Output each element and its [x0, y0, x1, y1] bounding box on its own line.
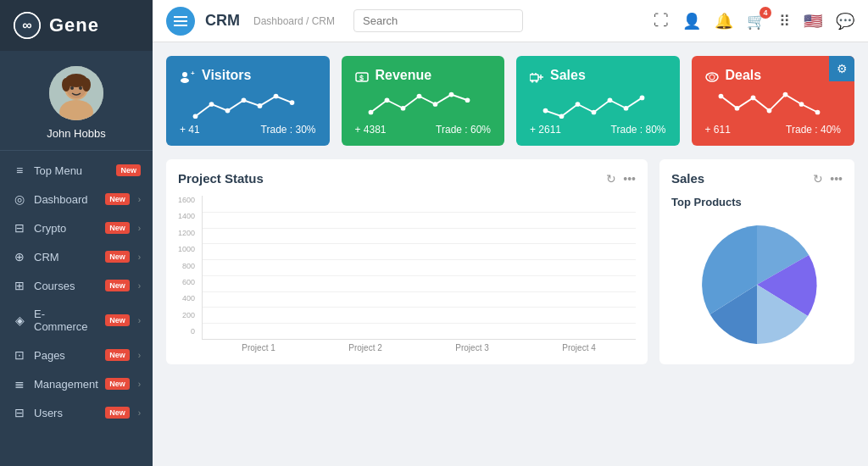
svg-point-42 — [576, 102, 581, 107]
stat-title: Sales — [550, 68, 586, 83]
courses-icon: ⊞ — [12, 279, 27, 292]
svg-point-22 — [274, 94, 279, 99]
svg-point-46 — [640, 96, 645, 101]
stat-value: + 2611 — [530, 124, 561, 136]
svg-rect-12 — [174, 20, 187, 22]
sidebar-item-ecommerce[interactable]: ◈ E-Commerce New › — [0, 300, 153, 341]
revenue-icon: $ — [355, 68, 369, 82]
more-options-icon[interactable]: ••• — [623, 172, 636, 186]
stat-header: + Visitors — [180, 68, 316, 83]
svg-rect-33 — [530, 75, 538, 80]
stats-row: + Visitors + 41 Trade — [166, 56, 854, 146]
stat-card-deals: Deals + 611 Trade : 40% ⚙ — [692, 56, 855, 146]
new-badge: New — [105, 314, 130, 326]
search-input[interactable] — [353, 9, 523, 32]
svg-point-56 — [798, 102, 804, 107]
svg-point-14 — [182, 72, 187, 77]
user-icon[interactable]: 👤 — [682, 12, 701, 31]
new-badge: New — [105, 193, 130, 205]
apps-icon[interactable]: ⠿ — [779, 12, 790, 31]
grid-lines — [203, 196, 636, 339]
topbar-icons: ⛶ 👤 🔔 🛒 4 ⠿ 🇺🇸 💬 — [654, 12, 854, 31]
stat-trade: Trade : 60% — [436, 124, 491, 136]
svg-point-36 — [531, 80, 534, 82]
svg-point-19 — [225, 108, 231, 114]
user-profile: John Hobbs — [0, 51, 153, 151]
refresh-icon[interactable]: ↻ — [813, 172, 823, 186]
new-badge: New — [105, 251, 130, 263]
stat-title: Deals — [726, 68, 762, 83]
sidebar-item-crypto[interactable]: ⊟ Crypto New › — [0, 214, 153, 242]
svg-point-30 — [432, 102, 437, 107]
svg-point-40 — [543, 108, 548, 114]
pie-chart-container — [671, 217, 843, 352]
svg-point-41 — [559, 114, 565, 119]
notification-icon[interactable]: 🔔 — [715, 12, 733, 31]
chevron-right-icon: › — [138, 380, 141, 389]
svg-text:+: + — [191, 71, 195, 77]
avatar — [49, 66, 103, 120]
sidebar-item-label: Users — [34, 407, 98, 419]
svg-point-37 — [536, 80, 538, 82]
crm-icon: ⊕ — [12, 250, 27, 264]
sidebar-menu: ≡ Top Menu New ◎ Dashboard New › ⊟ Crypt… — [0, 151, 153, 466]
pie-chart — [681, 217, 833, 352]
project-status-panel: Project Status ↻ ••• 1600 1400 1200 1000… — [166, 159, 648, 364]
hamburger-button[interactable] — [166, 7, 195, 36]
stat-trade: Trade : 80% — [611, 124, 666, 136]
pages-icon: ⊡ — [12, 348, 27, 362]
sidebar-item-label: Crypto — [34, 222, 98, 235]
sidebar-item-top-menu[interactable]: ≡ Top Menu New — [0, 156, 153, 185]
sidebar-item-crm[interactable]: ⊕ CRM New › — [0, 242, 153, 271]
svg-point-32 — [465, 97, 470, 103]
sidebar-item-label: E-Commerce — [34, 308, 98, 333]
svg-point-53 — [750, 96, 755, 101]
sidebar: ∞ Gene John Hobbs — [0, 0, 153, 466]
panel-header: Project Status ↻ ••• — [178, 171, 636, 186]
x-label: Project 2 — [315, 343, 415, 352]
svg-point-21 — [258, 103, 263, 108]
more-options-icon[interactable]: ••• — [830, 172, 843, 186]
ecommerce-icon: ◈ — [12, 313, 27, 327]
svg-point-43 — [592, 110, 597, 115]
svg-point-28 — [400, 106, 405, 111]
new-badge: New — [105, 407, 130, 419]
svg-point-23 — [290, 100, 295, 105]
svg-point-20 — [242, 97, 247, 103]
svg-point-26 — [368, 110, 373, 115]
stat-card-revenue: $ Revenue + 4381 Trade — [342, 56, 505, 146]
flag-icon[interactable]: 🇺🇸 — [804, 12, 822, 31]
svg-point-44 — [608, 97, 613, 103]
bars-area — [202, 196, 636, 340]
stat-value: + 611 — [705, 124, 731, 136]
sidebar-item-pages[interactable]: ⊡ Pages New › — [0, 341, 153, 369]
sales-icon — [530, 68, 543, 82]
panel-actions: ↻ ••• — [606, 172, 636, 186]
stat-header: Sales — [530, 68, 666, 83]
chat-icon[interactable]: 💬 — [836, 12, 854, 31]
settings-button[interactable]: ⚙ — [829, 56, 854, 81]
stat-title: Revenue — [376, 68, 432, 83]
main-panel: CRM Dashboard / CRM ⛶ 👤 🔔 🛒 4 ⠿ 🇺🇸 💬 — [153, 0, 868, 466]
topbar: CRM Dashboard / CRM ⛶ 👤 🔔 🛒 4 ⠿ 🇺🇸 💬 — [153, 0, 868, 42]
svg-point-17 — [193, 114, 198, 119]
bottom-row: Project Status ↻ ••• 1600 1400 1200 1000… — [166, 159, 854, 364]
stat-title: Visitors — [202, 68, 251, 83]
sidebar-item-courses[interactable]: ⊞ Courses New › — [0, 271, 153, 300]
sidebar-item-users[interactable]: ⊟ Users New › — [0, 398, 153, 427]
refresh-icon[interactable]: ↻ — [606, 172, 616, 186]
dashboard-icon: ◎ — [12, 192, 27, 206]
sidebar-item-label: Dashboard — [34, 193, 98, 206]
svg-point-29 — [416, 94, 421, 99]
x-axis: Project 1 Project 2 Project 3 Project 4 — [202, 340, 636, 352]
fullscreen-icon[interactable]: ⛶ — [654, 12, 669, 30]
sidebar-item-label: Pages — [34, 349, 98, 362]
cart-icon[interactable]: 🛒 4 — [747, 12, 765, 31]
svg-point-45 — [624, 106, 629, 111]
sidebar-item-dashboard[interactable]: ◎ Dashboard New › — [0, 185, 153, 214]
y-axis: 1600 1400 1200 1000 800 600 400 200 0 — [178, 196, 198, 352]
svg-point-15 — [181, 78, 189, 83]
stat-header: $ Revenue — [355, 68, 492, 83]
new-badge: New — [105, 349, 130, 361]
sidebar-item-management[interactable]: ≣ Management New › — [0, 369, 153, 398]
